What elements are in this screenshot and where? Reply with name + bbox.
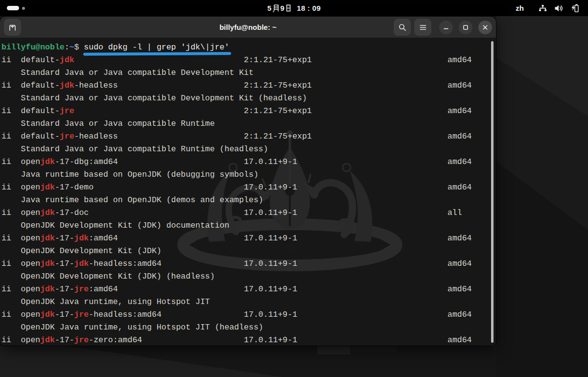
workspace-indicator[interactable] (0, 6, 108, 10)
network-wired-icon (538, 4, 547, 13)
system-status-area[interactable]: zh (516, 3, 588, 13)
new-tab-icon (8, 23, 17, 32)
clock-date-button[interactable]: 59 18 : 09 (267, 4, 321, 12)
terminal-output: billyfu@noble:~$ sudo dpkg -l | grep 'jd… (0, 38, 496, 346)
package-row: ii openjdk-17-demo 17.0.11+9-1 amd64 (1, 181, 496, 194)
time-label: 18 : 09 (297, 4, 321, 12)
kanji-month-icon (273, 4, 280, 12)
close-button[interactable] (478, 21, 492, 34)
maximize-icon (463, 24, 469, 30)
maximize-button[interactable] (459, 21, 472, 34)
package-description: OpenJDK Development Kit (JDK) (1, 245, 496, 258)
package-description: Java runtime based on OpenJDK (demos and… (1, 194, 496, 207)
package-row: ii default-jre-headless 2:1.21-75+exp1 a… (1, 130, 496, 143)
input-method-indicator[interactable]: zh (516, 4, 524, 12)
package-description: Standard Java or Java compatible Runtime (1, 118, 496, 130)
package-description: OpenJDK Development Kit (JDK) documentat… (1, 219, 496, 232)
package-description: Standard Java or Java compatible Develop… (1, 67, 496, 79)
terminal-headerbar: billyfu@noble: ~ (0, 17, 496, 38)
package-description: Standard Java or Java compatible Develop… (1, 92, 496, 105)
new-tab-button[interactable] (4, 19, 21, 36)
menu-button[interactable] (414, 19, 431, 36)
minimize-button[interactable] (439, 21, 453, 34)
package-row: ii openjdk-17-doc 17.0.11+9-1 all (1, 207, 496, 219)
prompt-line: billyfu@noble:~$ sudo dpkg -l | grep 'jd… (1, 41, 496, 54)
desktop: { "topbar": { "date": "5月9日", "date_day_… (0, 0, 588, 377)
volume-icon (554, 3, 564, 13)
terminal-scrollbar[interactable] (491, 41, 494, 343)
package-row: ii openjdk-17-jdk:amd64 17.0.11+9-1 amd6… (1, 232, 496, 245)
package-description: OpenJDK Java runtime, using Hotspot JIT … (1, 321, 496, 334)
package-row: ii openjdk-17-jre-headless:amd64 17.0.11… (1, 308, 496, 321)
workspace-dot (22, 7, 25, 10)
package-row: ii openjdk-17-jre:amd64 17.0.11+9-1 amd6… (1, 283, 496, 296)
package-row: ii openjdk-17-jdk-headless:amd64 17.0.11… (1, 258, 496, 270)
date-label: 59 (267, 4, 292, 12)
search-icon (398, 23, 407, 32)
gnome-top-bar: 59 18 : 09 zh (0, 0, 588, 16)
package-description: OpenJDK Development Kit (JDK) (headless) (1, 270, 496, 283)
package-row: ii default-jdk 2:1.21-75+exp1 amd64 (1, 54, 496, 67)
package-description: Standard Java or Java compatible Runtime… (1, 143, 496, 156)
search-button[interactable] (394, 19, 411, 36)
minimize-icon (443, 24, 449, 30)
active-workspace-pill (7, 6, 19, 10)
kanji-day-icon (285, 4, 291, 12)
battery-charging-icon (570, 3, 580, 13)
package-row: ii openjdk-17-dbg:amd64 17.0.11+9-1 amd6… (1, 156, 496, 168)
hamburger-menu-icon (419, 23, 427, 32)
package-row: ii default-jre 2:1.21-75+exp1 amd64 (1, 105, 496, 118)
package-row: ii default-jdk-headless 2:1.21-75+exp1 a… (1, 79, 496, 92)
terminal-window: billyfu@noble: ~ (0, 17, 496, 346)
package-description: OpenJDK Java runtime, using Hotspot JIT (1, 296, 496, 308)
package-row: ii openjdk-17-jre-zero:amd64 17.0.11+9-1… (1, 334, 496, 346)
close-icon (482, 24, 488, 30)
package-description: Java runtime based on OpenJDK (debugging… (1, 168, 496, 181)
terminal-content[interactable]: billyfu@noble:~$ sudo dpkg -l | grep 'jd… (0, 38, 496, 346)
